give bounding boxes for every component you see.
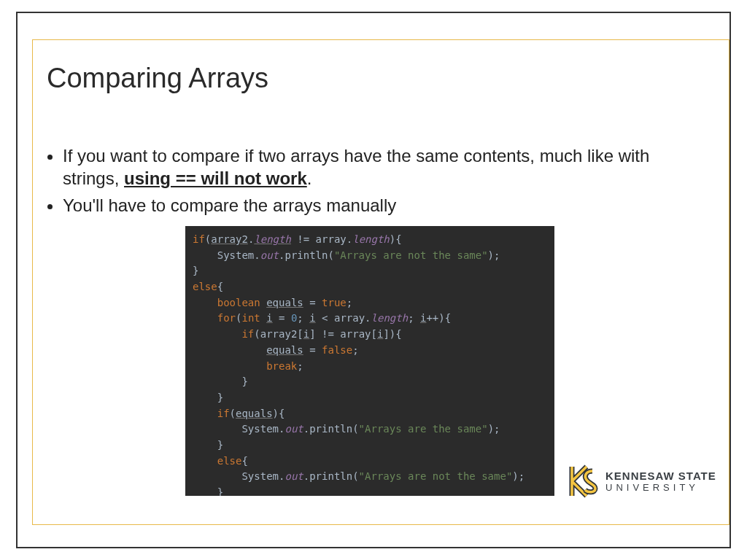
logo-line1: KENNESAW STATE <box>605 470 716 481</box>
bullet-list: If you want to compare if two arrays hav… <box>50 144 692 222</box>
code-block: if(array2.length != array.length){ Syste… <box>185 226 554 496</box>
bullet-1-post: . <box>307 168 312 188</box>
bullet-2: You'll have to compare the arrays manual… <box>63 194 692 217</box>
university-logo: KENNESAW STATE UNIVERSITY <box>566 461 719 502</box>
slide-title: Comparing Arrays <box>47 63 268 94</box>
logo-line2: UNIVERSITY <box>605 483 716 492</box>
logo-text: KENNESAW STATE UNIVERSITY <box>605 470 716 492</box>
bullet-1-emph: using == will not work <box>124 168 307 188</box>
ks-logo-icon <box>566 464 600 499</box>
bullet-1: If you want to compare if two arrays hav… <box>63 144 692 190</box>
